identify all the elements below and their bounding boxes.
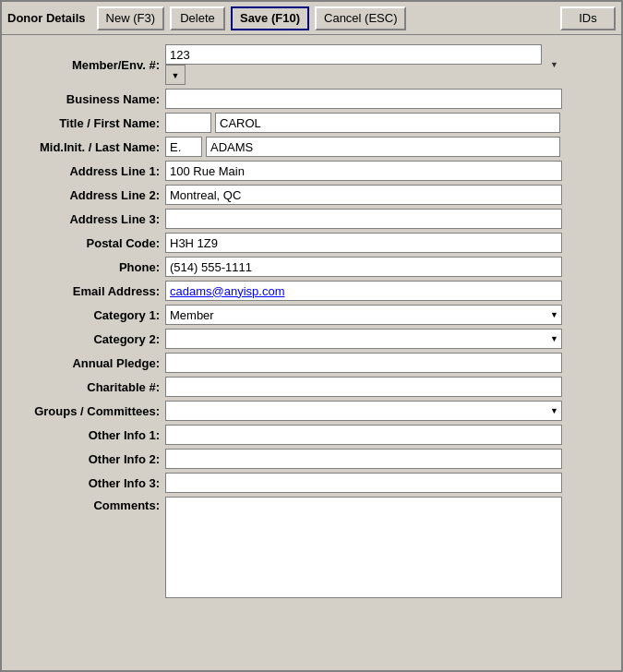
cancel-button[interactable]: Cancel (ESC) bbox=[315, 6, 406, 30]
form-content: Member/Env. #: 123 ▼ Business Name: Titl… bbox=[2, 35, 621, 611]
window-title: Donor Details bbox=[7, 11, 86, 25]
category2-row: Category 2: ▼ bbox=[13, 329, 610, 349]
member-env-row: Member/Env. #: 123 ▼ bbox=[13, 44, 610, 85]
category1-row: Category 1: Member ▼ bbox=[13, 305, 610, 325]
midinit-lastname-row: Mid.Init. / Last Name: bbox=[13, 137, 610, 157]
groups-label: Groups / Committees: bbox=[13, 404, 165, 418]
member-env-label: Member/Env. #: bbox=[13, 58, 165, 72]
business-name-row: Business Name: bbox=[13, 89, 610, 109]
comments-row: Comments: bbox=[13, 497, 610, 598]
member-env-dropdown[interactable]: ▼ bbox=[165, 65, 186, 85]
donor-details-window: Donor Details New (F3) Delete Save (F10)… bbox=[0, 0, 623, 672]
comments-textarea[interactable] bbox=[165, 497, 562, 598]
email-input[interactable] bbox=[165, 281, 562, 301]
other-info2-label: Other Info 2: bbox=[13, 452, 165, 466]
address3-label: Address Line 3: bbox=[13, 212, 165, 226]
address1-row: Address Line 1: bbox=[13, 161, 610, 181]
phone-input[interactable] bbox=[165, 257, 562, 277]
title-bar: Donor Details New (F3) Delete Save (F10)… bbox=[2, 2, 621, 35]
annual-pledge-row: Annual Pledge: bbox=[13, 353, 610, 373]
address2-input[interactable] bbox=[165, 185, 562, 205]
business-name-label: Business Name: bbox=[13, 92, 165, 106]
other-info3-input[interactable] bbox=[165, 473, 562, 493]
postal-code-label: Postal Code: bbox=[13, 236, 165, 250]
address1-label: Address Line 1: bbox=[13, 164, 165, 178]
email-row: Email Address: bbox=[13, 281, 610, 301]
other-info3-label: Other Info 3: bbox=[13, 476, 165, 490]
charitable-input[interactable] bbox=[165, 377, 562, 397]
category2-label: Category 2: bbox=[13, 332, 165, 346]
member-env-input[interactable]: 123 bbox=[165, 44, 542, 65]
last-name-input[interactable] bbox=[206, 137, 560, 157]
delete-button[interactable]: Delete bbox=[170, 6, 225, 30]
postal-code-input[interactable] bbox=[165, 233, 562, 253]
mid-init-last-label: Mid.Init. / Last Name: bbox=[13, 140, 165, 154]
other-info1-input[interactable] bbox=[165, 425, 562, 445]
other-info1-row: Other Info 1: bbox=[13, 425, 610, 445]
charitable-label: Charitable #: bbox=[13, 380, 165, 394]
comments-label: Comments: bbox=[13, 497, 165, 512]
mid-init-input[interactable] bbox=[165, 137, 202, 157]
address3-input[interactable] bbox=[165, 209, 562, 229]
address2-row: Address Line 2: bbox=[13, 185, 610, 205]
annual-pledge-label: Annual Pledge: bbox=[13, 356, 165, 370]
other-info1-label: Other Info 1: bbox=[13, 428, 165, 442]
other-info3-row: Other Info 3: bbox=[13, 473, 610, 493]
category1-label: Category 1: bbox=[13, 308, 165, 322]
groups-select[interactable] bbox=[165, 401, 562, 421]
address3-row: Address Line 3: bbox=[13, 209, 610, 229]
ids-button[interactable]: IDs bbox=[560, 6, 616, 30]
email-label: Email Address: bbox=[13, 284, 165, 298]
new-button[interactable]: New (F3) bbox=[97, 6, 164, 30]
business-name-input[interactable] bbox=[165, 89, 562, 109]
address1-input[interactable] bbox=[165, 161, 562, 181]
title-firstname-fields bbox=[165, 113, 560, 133]
title-input[interactable] bbox=[165, 113, 211, 133]
title-firstname-row: Title / First Name: bbox=[13, 113, 610, 133]
postal-code-row: Postal Code: bbox=[13, 233, 610, 253]
charitable-row: Charitable #: bbox=[13, 377, 610, 397]
category2-select[interactable] bbox=[165, 329, 562, 349]
phone-row: Phone: bbox=[13, 257, 610, 277]
address2-label: Address Line 2: bbox=[13, 188, 165, 202]
save-button[interactable]: Save (F10) bbox=[231, 6, 309, 30]
phone-label: Phone: bbox=[13, 260, 165, 274]
other-info2-input[interactable] bbox=[165, 449, 562, 469]
groups-row: Groups / Committees: ▼ bbox=[13, 401, 610, 421]
first-name-input[interactable] bbox=[215, 113, 560, 133]
other-info2-row: Other Info 2: bbox=[13, 449, 610, 469]
title-first-name-label: Title / First Name: bbox=[13, 116, 165, 130]
category1-select[interactable]: Member bbox=[165, 305, 562, 325]
annual-pledge-input[interactable] bbox=[165, 353, 562, 373]
midinit-lastname-fields bbox=[165, 137, 560, 157]
